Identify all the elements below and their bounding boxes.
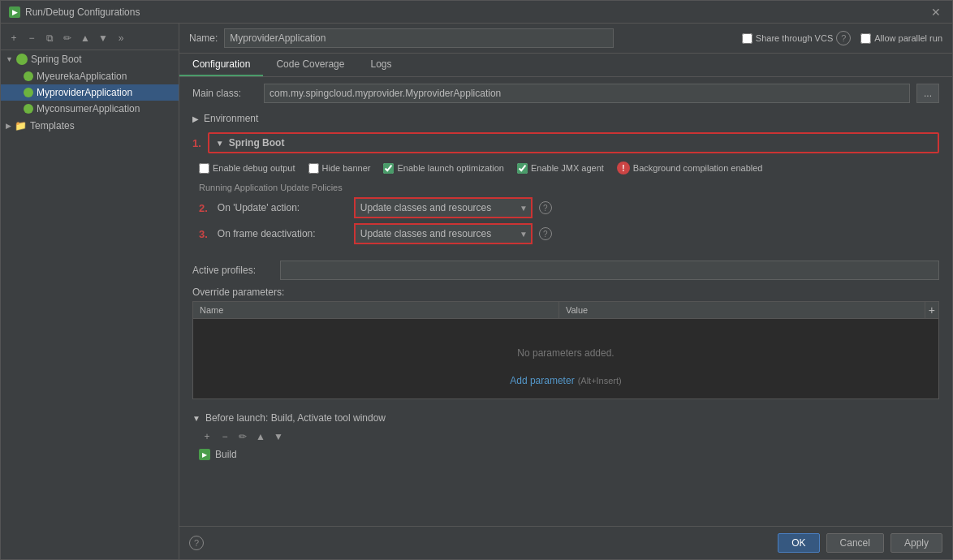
before-launch-remove-button[interactable]: − xyxy=(217,429,233,445)
before-launch-add-button[interactable]: + xyxy=(199,429,215,445)
on-update-label: On 'Update' action: xyxy=(218,202,347,213)
spring-boot-section-title: Spring Boot xyxy=(229,137,285,149)
cancel-button[interactable]: Cancel xyxy=(826,533,884,553)
ok-button[interactable]: OK xyxy=(778,533,819,553)
remove-config-button[interactable]: − xyxy=(24,30,40,46)
add-param-link[interactable]: Add parameter xyxy=(510,375,574,386)
config-content: Main class: ... ▶ Environment 1. ▼ Sprin… xyxy=(179,77,952,526)
params-table-header: Name Value + xyxy=(192,301,939,318)
sidebar-item-myconsumer[interactable]: MyconsumerApplication xyxy=(1,101,179,117)
name-row: Name: xyxy=(189,28,614,48)
override-params-section: Override parameters: Name Value + No par… xyxy=(192,286,939,399)
bottom-bar: ? OK Cancel Apply xyxy=(179,526,952,559)
before-launch-up-button[interactable]: ▲ xyxy=(252,429,269,445)
running-policies-section: Running Application Update Policies 2. O… xyxy=(192,178,939,254)
more-button[interactable]: » xyxy=(113,30,129,46)
share-vcs-checkbox[interactable] xyxy=(742,33,752,44)
enable-debug-checkbox[interactable] xyxy=(199,163,209,174)
params-name-header: Name xyxy=(193,302,559,318)
header-bar: Name: Share through VCS ? Allow parallel… xyxy=(179,24,952,54)
sidebar-item-myeureka[interactable]: MyeurekaApplication xyxy=(1,68,179,84)
allow-parallel-checkbox[interactable] xyxy=(860,33,871,44)
before-launch-edit-button[interactable]: ✏ xyxy=(235,429,251,445)
hide-banner-checkbox[interactable] xyxy=(308,163,319,174)
before-launch-tools: + − ✏ ▲ ▼ xyxy=(192,427,939,446)
active-profiles-row: Active profiles: xyxy=(192,261,939,280)
edit-config-button[interactable]: ✏ xyxy=(59,30,75,46)
close-button[interactable]: ✕ xyxy=(928,4,944,20)
add-param-shortcut: (Alt+Insert) xyxy=(578,376,622,386)
enable-debug-label: Enable debug output xyxy=(213,163,295,173)
enable-launch-option: Enable launch optimization xyxy=(383,163,503,174)
spring-boot-section-header: ▼ Spring Boot xyxy=(208,132,939,153)
override-params-label: Override parameters: xyxy=(192,286,939,298)
sidebar-category-spring-boot[interactable]: ▼ Spring Boot xyxy=(1,50,179,68)
header-options: Share through VCS ? Allow parallel run xyxy=(742,31,942,45)
hide-banner-option: Hide banner xyxy=(308,163,371,174)
enable-jmx-checkbox[interactable] xyxy=(517,163,528,174)
background-compilation-option: ! Background compilation enabled xyxy=(617,162,763,174)
spring-boot-label: Spring Boot xyxy=(31,54,82,65)
on-update-select[interactable]: Update classes and resources Update reso… xyxy=(354,197,533,218)
copy-config-button[interactable]: ⧉ xyxy=(41,30,58,46)
main-class-browse-button[interactable]: ... xyxy=(916,84,939,103)
move-up-button[interactable]: ▲ xyxy=(77,30,93,46)
main-content: + − ⧉ ✏ ▲ ▼ » ▼ Spring Boot MyeurekaAppl… xyxy=(1,24,952,559)
spring-boot-icon xyxy=(16,54,28,65)
before-launch-header: ▼ Before launch: Build, Activate tool wi… xyxy=(192,409,939,427)
environment-label: Environment xyxy=(204,113,258,124)
on-update-help-icon[interactable]: ? xyxy=(539,201,552,214)
apply-button[interactable]: Apply xyxy=(890,533,942,553)
share-vcs-row: Share through VCS ? xyxy=(742,31,851,45)
title-bar: ▶ Run/Debug Configurations ✕ xyxy=(1,1,952,24)
tab-logs[interactable]: Logs xyxy=(357,54,404,76)
name-input[interactable] xyxy=(224,28,614,48)
on-frame-select-wrapper: Update classes and resources Update reso… xyxy=(354,223,533,244)
on-frame-help-icon[interactable]: ? xyxy=(539,227,552,240)
bottom-right: OK Cancel Apply xyxy=(778,533,942,553)
add-config-button[interactable]: + xyxy=(6,30,22,46)
allow-parallel-label: Allow parallel run xyxy=(874,33,942,43)
before-launch-down-button[interactable]: ▼ xyxy=(270,429,287,445)
myprovider-label: MyproviderApplication xyxy=(37,87,132,98)
enable-debug-option: Enable debug output xyxy=(199,163,295,174)
sidebar-item-myprovider[interactable]: MyproviderApplication xyxy=(1,84,179,101)
build-item: ▶ Build xyxy=(192,446,939,463)
sidebar-category-templates[interactable]: ▶ 📁 Templates xyxy=(1,117,179,135)
options-row: Enable debug output Hide banner Enable l… xyxy=(192,158,939,178)
add-param-table-button[interactable]: + xyxy=(925,302,938,318)
myconsumer-icon xyxy=(24,104,33,114)
tab-configuration[interactable]: Configuration xyxy=(179,54,263,76)
enable-launch-checkbox[interactable] xyxy=(383,163,394,174)
active-profiles-input[interactable] xyxy=(280,261,939,280)
move-down-button[interactable]: ▼ xyxy=(95,30,111,46)
params-table-body: No parameters added. Add parameter (Alt+… xyxy=(192,318,939,399)
environment-row[interactable]: ▶ Environment xyxy=(192,110,939,127)
run-debug-dialog: ▶ Run/Debug Configurations ✕ + − ⧉ ✏ ▲ ▼… xyxy=(0,0,953,560)
share-vcs-label: Share through VCS xyxy=(756,33,833,43)
before-launch-arrow: ▼ xyxy=(192,414,201,423)
spring-boot-section-arrow: ▼ xyxy=(216,139,224,148)
step1-label: 1. xyxy=(192,137,201,149)
spring-boot-arrow: ▼ xyxy=(6,55,13,63)
templates-arrow: ▶ xyxy=(6,122,11,130)
step3-label: 3. xyxy=(199,228,208,240)
myprovider-icon xyxy=(24,88,33,97)
help-button[interactable]: ? xyxy=(189,536,204,550)
on-frame-select[interactable]: Update classes and resources Update reso… xyxy=(354,223,533,244)
params-table-container: Name Value + No parameters added. Add pa… xyxy=(192,301,939,399)
templates-label: Templates xyxy=(30,120,75,131)
main-class-row: Main class: ... xyxy=(192,84,939,103)
build-icon: ▶ xyxy=(199,449,210,460)
sidebar-toolbar: + − ⧉ ✏ ▲ ▼ » xyxy=(1,27,179,50)
allow-parallel-row: Allow parallel run xyxy=(860,33,942,44)
tab-code-coverage[interactable]: Code Coverage xyxy=(263,54,357,76)
share-vcs-help-icon[interactable]: ? xyxy=(836,31,851,45)
running-policies-title: Running Application Update Policies xyxy=(199,183,933,192)
before-launch-section: ▼ Before launch: Build, Activate tool wi… xyxy=(192,409,939,463)
main-class-input[interactable] xyxy=(264,84,910,103)
hide-banner-label: Hide banner xyxy=(322,163,371,173)
myconsumer-label: MyconsumerApplication xyxy=(37,103,140,114)
step2-label: 2. xyxy=(199,202,208,214)
main-panel: Name: Share through VCS ? Allow parallel… xyxy=(179,24,952,559)
